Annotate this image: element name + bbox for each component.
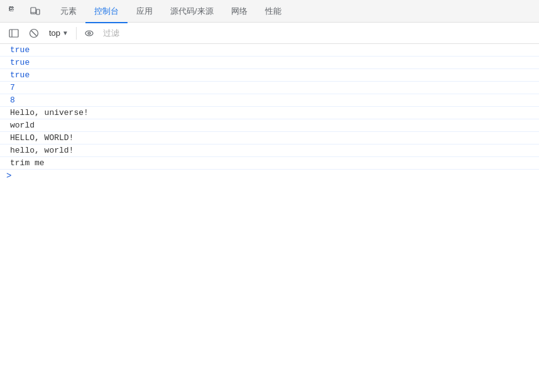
filter-input[interactable] (101, 26, 534, 41)
console-row: world (0, 119, 539, 132)
prompt-chevron: > (6, 171, 11, 181)
tab-bar: 元素 控制台 应用 源代码/来源 网络 性能 (0, 0, 539, 23)
tab-elements[interactable]: 元素 (52, 1, 85, 23)
svg-point-16 (89, 33, 90, 34)
sidebar-toggle-button[interactable] (5, 25, 23, 41)
console-row: Hello, universe! (0, 107, 539, 119)
live-expressions-button[interactable] (80, 25, 98, 41)
tab-network[interactable]: 网络 (222, 1, 256, 23)
console-row: 8 (0, 94, 539, 107)
console-prompt-row[interactable]: > (0, 170, 539, 182)
tab-icon-group (5, 3, 44, 20)
console-row: true (0, 69, 539, 82)
console-toolbar: top ▼ (0, 23, 539, 44)
console-row: true (0, 57, 539, 69)
tab-application[interactable]: 应用 (128, 1, 161, 23)
console-row: trim me (0, 157, 539, 170)
console-row: true (0, 44, 539, 57)
console-row: 7 (0, 82, 539, 94)
element-picker-icon[interactable] (5, 3, 23, 20)
svg-point-9 (33, 13, 34, 14)
console-rows: truetruetrue78Hello, universe!worldHELLO… (0, 44, 539, 170)
tab-sources[interactable]: 源代码/来源 (161, 1, 222, 23)
svg-rect-10 (9, 30, 18, 37)
context-label: top (49, 28, 60, 38)
clear-console-button[interactable] (25, 25, 43, 41)
console-output: truetruetrue78Hello, universe!worldHELLO… (0, 44, 539, 392)
device-mode-icon[interactable] (26, 3, 44, 20)
tab-console[interactable]: 控制台 (85, 1, 128, 23)
toolbar-divider (76, 27, 77, 40)
chevron-down-icon: ▼ (62, 30, 68, 36)
console-row: HELLO, WORLD! (0, 132, 539, 144)
context-selector[interactable]: top ▼ (45, 25, 72, 41)
svg-line-13 (31, 31, 36, 36)
svg-rect-7 (36, 9, 40, 14)
tab-performance[interactable]: 性能 (256, 1, 290, 23)
console-row: hello, world! (0, 144, 539, 157)
svg-rect-4 (10, 8, 12, 9)
